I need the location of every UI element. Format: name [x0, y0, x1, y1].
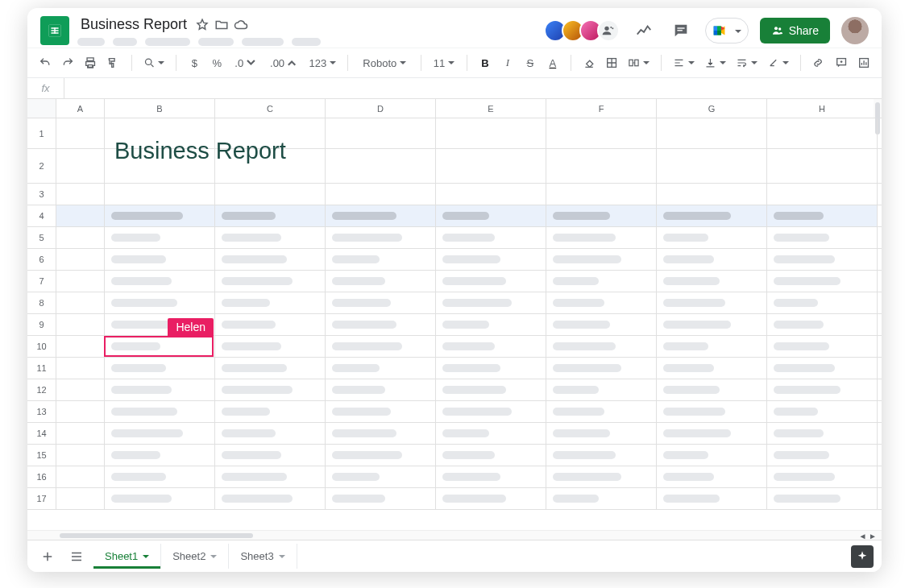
- row-header[interactable]: 11: [27, 358, 56, 379]
- undo-button[interactable]: [35, 52, 55, 74]
- cell[interactable]: [436, 466, 546, 487]
- cell[interactable]: [546, 423, 657, 444]
- cell[interactable]: [546, 205, 657, 226]
- cell[interactable]: [657, 445, 767, 466]
- cell[interactable]: [657, 227, 767, 248]
- cell[interactable]: [56, 118, 105, 148]
- cell[interactable]: [657, 205, 767, 226]
- star-icon[interactable]: [195, 18, 210, 32]
- cell[interactable]: [767, 249, 878, 270]
- row-header[interactable]: 12: [27, 379, 56, 400]
- cell[interactable]: [326, 401, 436, 422]
- cell[interactable]: [546, 292, 657, 313]
- row-header[interactable]: 7: [27, 271, 56, 292]
- cell[interactable]: [326, 314, 436, 335]
- percent-button[interactable]: %: [207, 52, 226, 74]
- text-wrap-button[interactable]: [733, 52, 761, 74]
- cell[interactable]: [215, 445, 326, 466]
- row-header[interactable]: 6: [27, 249, 56, 270]
- cell[interactable]: [546, 249, 657, 270]
- document-title[interactable]: Business Report: [77, 14, 190, 35]
- cell[interactable]: [657, 314, 767, 335]
- column-header[interactable]: F: [546, 99, 657, 118]
- cell[interactable]: [657, 379, 767, 400]
- sheet-tab[interactable]: Sheet2: [161, 544, 229, 569]
- cell[interactable]: [546, 488, 657, 509]
- cell[interactable]: [767, 314, 878, 335]
- cell[interactable]: [326, 336, 436, 357]
- cell[interactable]: [767, 466, 878, 487]
- cell[interactable]: [436, 445, 546, 466]
- cell[interactable]: [436, 184, 546, 205]
- cell[interactable]: [105, 445, 215, 466]
- cell[interactable]: [436, 314, 546, 335]
- cell[interactable]: [767, 271, 878, 292]
- row-header[interactable]: 1: [27, 118, 56, 148]
- cell[interactable]: [767, 227, 878, 248]
- cell[interactable]: [105, 466, 215, 487]
- row-header[interactable]: 2: [27, 149, 56, 183]
- cell[interactable]: [215, 205, 326, 226]
- row-header[interactable]: 10: [27, 336, 56, 357]
- cell[interactable]: [657, 358, 767, 379]
- share-button[interactable]: Share: [760, 18, 830, 43]
- cell[interactable]: [105, 205, 215, 226]
- row-header[interactable]: 4: [27, 205, 56, 226]
- cell[interactable]: [215, 466, 326, 487]
- cell[interactable]: [326, 488, 436, 509]
- meet-button[interactable]: [705, 18, 749, 43]
- anonymous-avatar[interactable]: [597, 19, 620, 42]
- cell[interactable]: [326, 249, 436, 270]
- horizontal-align-button[interactable]: [670, 52, 698, 74]
- column-header[interactable]: D: [326, 99, 436, 118]
- column-header[interactable]: G: [657, 99, 767, 118]
- cell[interactable]: [546, 358, 657, 379]
- cell[interactable]: [436, 205, 546, 226]
- cell[interactable]: [56, 488, 105, 509]
- cell[interactable]: [326, 118, 436, 148]
- cell[interactable]: [546, 336, 657, 357]
- increase-decimal-button[interactable]: .00: [265, 52, 302, 74]
- cell[interactable]: [767, 358, 878, 379]
- cell[interactable]: [56, 423, 105, 444]
- row-header[interactable]: 16: [27, 466, 56, 487]
- menu-item[interactable]: [242, 38, 284, 46]
- add-sheet-button[interactable]: [35, 545, 60, 569]
- column-header[interactable]: A: [56, 99, 105, 118]
- cell[interactable]: [56, 314, 105, 335]
- decrease-decimal-button[interactable]: .0: [230, 52, 262, 74]
- cell[interactable]: [657, 292, 767, 313]
- cell[interactable]: [767, 184, 878, 205]
- sheet-tab[interactable]: Sheet3: [229, 544, 297, 569]
- cell[interactable]: [326, 205, 436, 226]
- cell[interactable]: [546, 149, 657, 183]
- menu-item[interactable]: [198, 38, 234, 46]
- cell[interactable]: [436, 118, 546, 148]
- cell[interactable]: [56, 249, 105, 270]
- cell[interactable]: [56, 466, 105, 487]
- cell[interactable]: [56, 336, 105, 357]
- cell[interactable]: [105, 271, 215, 292]
- cell[interactable]: [326, 445, 436, 466]
- cell[interactable]: [436, 488, 546, 509]
- cell[interactable]: [657, 423, 767, 444]
- insert-link-button[interactable]: [808, 52, 828, 74]
- cell[interactable]: [657, 466, 767, 487]
- cell[interactable]: [215, 314, 326, 335]
- cell[interactable]: [105, 149, 215, 183]
- insert-comment-button[interactable]: [832, 52, 851, 74]
- select-all-corner[interactable]: [27, 99, 56, 118]
- fill-color-button[interactable]: [579, 52, 599, 74]
- cell[interactable]: [215, 336, 326, 357]
- cell[interactable]: [326, 227, 436, 248]
- menu-item[interactable]: [292, 38, 321, 46]
- cell[interactable]: [436, 149, 546, 183]
- cell[interactable]: [657, 249, 767, 270]
- collaborator-avatars[interactable]: [544, 19, 620, 42]
- cell[interactable]: [326, 271, 436, 292]
- cell[interactable]: [657, 184, 767, 205]
- cell[interactable]: [546, 271, 657, 292]
- row-header[interactable]: 15: [27, 445, 56, 466]
- version-history-icon[interactable]: [631, 18, 657, 43]
- cell[interactable]: [767, 379, 878, 400]
